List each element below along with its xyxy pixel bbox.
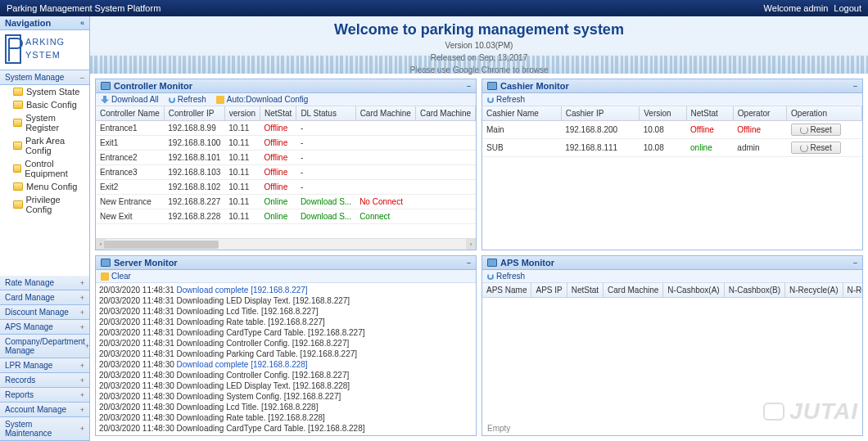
table-row[interactable]: Entrance1192.168.8.9910.11Offline-: [96, 121, 476, 136]
log-line: 20/03/2020 11:48:31 Downloading Parking …: [99, 349, 472, 359]
accordion-reports[interactable]: Reports+: [0, 388, 89, 403]
controller-grid[interactable]: Controller NameController IPversionNetSt…: [96, 106, 476, 238]
tree-node-park-area-config[interactable]: Park Area Config: [0, 134, 89, 157]
tree-node-privilege-config[interactable]: Privilege Config: [0, 193, 89, 216]
log-link[interactable]: Download complete [192.168.8.228]: [177, 360, 308, 369]
server-log[interactable]: 20/03/2020 11:48:31 Download complete [1…: [96, 283, 476, 435]
tree-node-control-equipment[interactable]: Control Equipment: [0, 157, 89, 180]
refresh-button[interactable]: Refresh: [487, 95, 525, 104]
accordion-discount-manage[interactable]: Discount Manage+: [0, 305, 89, 320]
refresh-button[interactable]: Refresh: [487, 272, 525, 281]
column-header[interactable]: Operator: [733, 106, 786, 121]
table-row[interactable]: New Entrance192.168.8.22710.11OnlineDown…: [96, 195, 476, 209]
accordion-system-manage[interactable]: System Manage–: [0, 70, 89, 85]
column-header[interactable]: NetStat: [686, 106, 733, 121]
column-header[interactable]: Cashier IP: [561, 106, 640, 121]
tree-node-basic-config[interactable]: Basic Config: [0, 98, 89, 111]
app-header: Parking Management System Platform Welco…: [0, 0, 868, 16]
panel-collapse-icon[interactable]: –: [853, 82, 857, 90]
folder-icon: [13, 182, 23, 191]
accordion-system-maintenance[interactable]: System Maintenance+: [0, 417, 89, 441]
welcome-banner: Welcome to parking management system Ver…: [90, 16, 868, 74]
column-header[interactable]: version: [224, 106, 260, 121]
svg-text:ARKING: ARKING: [25, 37, 65, 47]
refresh-icon: [487, 273, 494, 280]
clear-icon: [101, 272, 109, 281]
table-row[interactable]: Exit2192.168.8.10210.11Offline-: [96, 180, 476, 195]
log-line: 20/03/2020 11:48:30 Downloading System C…: [99, 391, 472, 402]
column-header[interactable]: N-Recycle(A): [785, 283, 843, 298]
column-header[interactable]: Controller IP: [164, 106, 224, 121]
tree-node-menu-config[interactable]: Menu Config: [0, 180, 89, 193]
monitor-icon: [101, 82, 111, 90]
folder-icon: [13, 164, 21, 173]
column-header[interactable]: N-Cashbox(A): [663, 283, 724, 298]
controller-toolbar: Download All Refresh Auto:Download Confi…: [96, 93, 476, 106]
aps-grid[interactable]: APS NameAPS IPNetStatCard MachineN-Cashb…: [482, 283, 862, 421]
column-header[interactable]: N-Cashbox(B): [724, 283, 784, 298]
tree-node-system-register[interactable]: System Register: [0, 111, 89, 134]
accordion-aps-manage[interactable]: APS Manage+: [0, 320, 89, 335]
monitor-icon: [101, 259, 111, 267]
table-row[interactable]: SUB192.168.8.11110.08onlineadminReset: [482, 139, 862, 157]
reset-button[interactable]: Reset: [791, 124, 841, 136]
column-header[interactable]: Operation: [787, 106, 862, 121]
horizontal-scrollbar[interactable]: ‹›: [96, 238, 476, 250]
log-line: 20/03/2020 11:48:30 Downloading CardType…: [99, 423, 472, 434]
column-header[interactable]: APS IP: [531, 283, 567, 298]
reset-button[interactable]: Reset: [791, 142, 841, 154]
column-header[interactable]: Card Machine: [604, 283, 663, 298]
log-line: 20/03/2020 11:48:31 Downloading Controll…: [99, 338, 472, 349]
table-row[interactable]: New Exit192.168.8.22810.11OnlineDownload…: [96, 209, 476, 224]
refresh-icon: [169, 97, 175, 103]
accordion-rate-manage[interactable]: Rate Manage+: [0, 276, 89, 290]
clear-button[interactable]: Clear: [101, 272, 131, 281]
log-line: 20/03/2020 11:48:30 Downloading Lcd Titl…: [99, 402, 472, 412]
skyline-graphic: [90, 56, 868, 74]
panel-collapse-icon[interactable]: –: [467, 82, 471, 90]
column-header[interactable]: Card Machine: [415, 106, 475, 121]
table-row[interactable]: Entrance2192.168.8.10110.11Offline-: [96, 151, 476, 165]
column-header[interactable]: NetStat: [260, 106, 296, 121]
monitor-icon: [487, 259, 497, 267]
log-line: 20/03/2020 11:48:31 Downloading LED Disp…: [99, 295, 472, 306]
accordion-card-manage[interactable]: Card Manage+: [0, 290, 89, 305]
banner-title: Welcome to parking management system: [90, 21, 868, 38]
column-header[interactable]: Card Machine: [355, 106, 415, 121]
column-header[interactable]: Cashier Name: [482, 106, 561, 121]
log-line: 20/03/2020 11:48:30 Downloading LED Disp…: [99, 380, 472, 391]
folder-icon: [13, 119, 22, 127]
accordion-account-manage[interactable]: Account Manage+: [0, 403, 89, 417]
cashier-grid[interactable]: Cashier NameCashier IPVersionNetStatOper…: [482, 106, 862, 250]
table-row[interactable]: Main192.168.8.20010.08OfflineOfflineRese…: [482, 121, 862, 139]
log-line: 20/03/2020 11:48:30 Downloading Rate tab…: [99, 412, 472, 423]
column-header[interactable]: Controller Name: [96, 106, 164, 121]
logout-link[interactable]: Logout: [834, 3, 861, 13]
column-header[interactable]: APS Name: [482, 283, 531, 298]
panel-collapse-icon[interactable]: –: [467, 259, 471, 267]
folder-icon: [13, 142, 22, 150]
panel-collapse-icon[interactable]: –: [853, 259, 857, 267]
accordion-lpr-manage[interactable]: LPR Manage+: [0, 358, 89, 373]
svg-text:YSTEM: YSTEM: [25, 50, 61, 60]
header-right: Welcome admin Logout: [764, 0, 861, 16]
auto-download-button[interactable]: Auto:Download Config: [216, 95, 309, 104]
table-row[interactable]: Exit1192.168.8.10010.11Offline-: [96, 136, 476, 151]
column-header[interactable]: N-Recycle(B): [843, 283, 862, 298]
sidebar: Navigation « ARKING YSTEM System Manage–…: [0, 16, 90, 441]
column-header[interactable]: Version: [640, 106, 686, 121]
accordion-records[interactable]: Records+: [0, 373, 89, 388]
column-header[interactable]: DL Status: [296, 106, 355, 121]
log-link[interactable]: Download complete [192.168.8.227]: [177, 286, 308, 295]
column-header[interactable]: NetStat: [567, 283, 603, 298]
download-all-button[interactable]: Download All: [101, 95, 159, 104]
monitor-icon: [487, 82, 497, 90]
tree-node-system-state[interactable]: System State: [0, 85, 89, 98]
folder-icon: [13, 200, 23, 209]
accordion-company-department-manage[interactable]: Company/Department Manage+: [0, 335, 89, 358]
table-row[interactable]: Entrance3192.168.8.10310.11Offline-: [96, 165, 476, 180]
collapse-icon[interactable]: «: [80, 19, 84, 27]
refresh-button[interactable]: Refresh: [169, 95, 206, 104]
refresh-icon: [487, 97, 494, 103]
server-monitor-panel: Server Monitor – Clear 20/03/2020 11:48:…: [95, 255, 477, 436]
